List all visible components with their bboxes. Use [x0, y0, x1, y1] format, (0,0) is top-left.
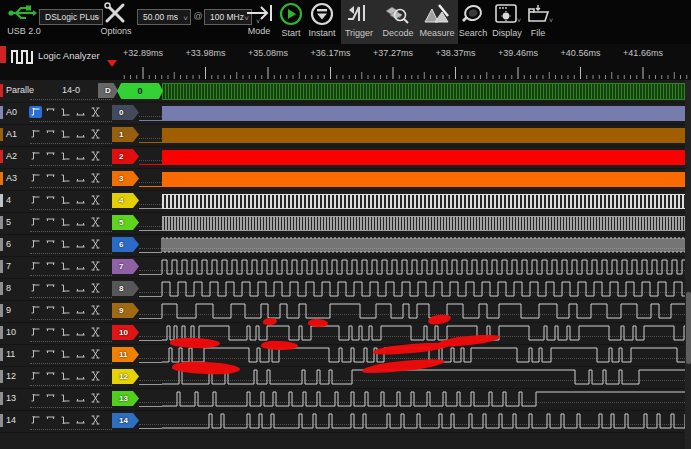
- row-separator: [0, 432, 691, 433]
- high-level-trigger-button[interactable]: [44, 150, 57, 162]
- decode-icon[interactable]: 7: [384, 3, 410, 25]
- file-icon[interactable]: [526, 3, 550, 25]
- falling-edge-trigger-button[interactable]: [59, 216, 72, 228]
- high-level-trigger-button[interactable]: [44, 172, 57, 184]
- sidebar-row-separator: [30, 165, 112, 166]
- baseline-stub: [139, 120, 162, 121]
- rising-edge-trigger-button[interactable]: [29, 172, 42, 184]
- channel-color-strip[interactable]: [0, 216, 3, 229]
- vertical-scrollbar-track[interactable]: [685, 80, 691, 449]
- high-level-trigger-button[interactable]: [44, 194, 57, 206]
- rising-edge-trigger-button[interactable]: [29, 194, 42, 206]
- low-level-trigger-button[interactable]: [74, 128, 87, 140]
- channel-row-4: 44: [0, 190, 691, 212]
- usb-status-label: USB 2.0: [5, 26, 43, 36]
- baseline-stub: [139, 230, 162, 231]
- channel-tag[interactable]: 1: [112, 127, 139, 142]
- high-level-trigger-button[interactable]: [44, 216, 57, 228]
- start-label: Start: [277, 28, 305, 38]
- channel-row-a0: A00: [0, 102, 691, 124]
- time-ruler[interactable]: Logic Analyzer +32.89ms+33.98ms+35.08ms+…: [0, 44, 691, 80]
- channel-tag[interactable]: 2: [112, 149, 139, 164]
- channel-row-14: 1414: [0, 410, 691, 432]
- any-edge-trigger-button[interactable]: [89, 194, 102, 206]
- channel-name-label: A3: [6, 173, 17, 183]
- at-symbol: @: [193, 11, 203, 21]
- chevron-down-icon: ˅: [517, 17, 521, 24]
- channel-tag[interactable]: 5: [112, 215, 139, 230]
- low-level-trigger-button[interactable]: [74, 150, 87, 162]
- high-level-trigger-button[interactable]: [44, 128, 57, 140]
- device-select[interactable]: DSLogic PLus˅: [39, 9, 103, 25]
- dsview-app: USB 2.0 DSLogic PLus˅ Options 50.00 ms˅ …: [0, 0, 691, 449]
- channel-color-strip[interactable]: [0, 194, 3, 207]
- low-level-trigger-button[interactable]: [74, 106, 87, 118]
- channel-name-label: Paralle: [6, 85, 34, 95]
- chevron-down-icon: ˅: [95, 11, 100, 26]
- channel-row-a2: A22: [0, 146, 691, 168]
- low-level-trigger-button[interactable]: [74, 194, 87, 206]
- falling-edge-trigger-button[interactable]: [59, 106, 72, 118]
- any-edge-trigger-button[interactable]: [89, 150, 102, 162]
- channel-name-label: A2: [6, 151, 17, 161]
- rising-edge-trigger-button[interactable]: [29, 128, 42, 140]
- baseline-dotted: [139, 226, 162, 227]
- vertical-scrollbar-thumb[interactable]: [686, 292, 691, 364]
- sidebar-row-separator: [30, 231, 112, 232]
- falling-edge-trigger-button[interactable]: [59, 128, 72, 140]
- start-button[interactable]: [279, 2, 303, 26]
- dense-signal-bar: [162, 128, 691, 143]
- rising-edge-trigger-button[interactable]: [29, 216, 42, 228]
- baseline-dotted: [139, 116, 162, 117]
- baseline-stub: [139, 164, 162, 165]
- channel-color-strip[interactable]: [0, 172, 3, 185]
- red-marker-annotation: [308, 318, 328, 327]
- channel-color-strip[interactable]: [0, 106, 3, 119]
- channel-row-9: 99: [0, 300, 691, 322]
- falling-edge-trigger-button[interactable]: [59, 194, 72, 206]
- sidebar-row-separator: [30, 187, 112, 188]
- search-icon[interactable]: [461, 3, 485, 25]
- channel-range-label: 14-0: [62, 85, 80, 95]
- trigger-icon[interactable]: [346, 3, 372, 25]
- waveform-area[interactable]: Paralle14-0D0A00A11A22A33445566778899101…: [0, 80, 691, 449]
- digital-waveform: [0, 366, 691, 388]
- baseline-stub: [139, 208, 162, 209]
- high-level-trigger-button[interactable]: [44, 106, 57, 118]
- channel-row-11: 1111: [0, 344, 691, 366]
- low-level-trigger-button[interactable]: [74, 172, 87, 184]
- sidebar-row-separator: [30, 209, 112, 210]
- any-edge-trigger-button[interactable]: [89, 128, 102, 140]
- channel-tag[interactable]: 3: [112, 171, 139, 186]
- any-edge-trigger-button[interactable]: [89, 216, 102, 228]
- chevron-down-icon: ˅: [256, 18, 260, 25]
- channel-row-7: 77: [0, 256, 691, 278]
- low-level-trigger-button[interactable]: [74, 216, 87, 228]
- channel-tag[interactable]: 4: [112, 193, 139, 208]
- measure-icon[interactable]: [423, 3, 451, 25]
- display-label: Display: [489, 28, 525, 38]
- channel-row-5: 55: [0, 212, 691, 234]
- channel-color-strip[interactable]: [0, 84, 3, 97]
- falling-edge-trigger-button[interactable]: [59, 172, 72, 184]
- rising-edge-trigger-button[interactable]: [29, 106, 42, 118]
- search-label: Search: [455, 28, 491, 38]
- options-icon[interactable]: [103, 2, 127, 24]
- baseline-dotted: [139, 182, 162, 183]
- samplerate-select[interactable]: 100 MHz˅: [204, 9, 252, 25]
- falling-edge-trigger-button[interactable]: [59, 150, 72, 162]
- any-edge-trigger-button[interactable]: [89, 106, 102, 118]
- display-icon[interactable]: [494, 3, 518, 25]
- channel-color-strip[interactable]: [0, 128, 3, 141]
- chevron-down-icon: ˅: [549, 17, 553, 24]
- channel-name-label: A1: [6, 129, 17, 139]
- duration-select[interactable]: 50.00 ms˅: [137, 9, 191, 25]
- toolbar: USB 2.0 DSLogic PLus˅ Options 50.00 ms˅ …: [0, 0, 691, 44]
- rising-edge-trigger-button[interactable]: [29, 150, 42, 162]
- channel-tag[interactable]: D: [98, 83, 118, 98]
- any-edge-trigger-button[interactable]: [89, 172, 102, 184]
- channel-tag[interactable]: 0: [112, 105, 139, 120]
- channel-color-strip[interactable]: [0, 150, 3, 163]
- channel-row-12: 1212: [0, 366, 691, 388]
- instant-button[interactable]: [310, 2, 334, 26]
